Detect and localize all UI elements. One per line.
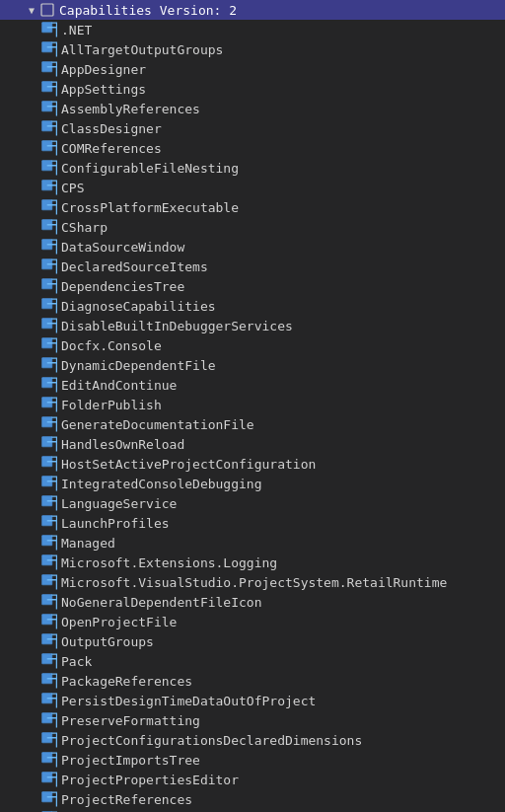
item-label: AppDesigner	[61, 62, 146, 77]
svg-rect-0	[41, 4, 53, 16]
tree-item[interactable]: CrossPlatformExecutable	[0, 197, 505, 217]
tree-item[interactable]: DeclaredSourceItems	[0, 257, 505, 276]
tree-item[interactable]: ProjectReferences	[0, 789, 505, 809]
item-label: ProjectReferences	[61, 792, 192, 807]
tree-item[interactable]: NoGeneralDependentFileIcon	[0, 592, 505, 612]
header-label: Capabilities Version: 2	[59, 3, 237, 18]
tree-header[interactable]: ▼ Capabilities Version: 2	[0, 0, 505, 20]
tree-item[interactable]: CPS	[0, 178, 505, 197]
tree-item[interactable]: FolderPublish	[0, 395, 505, 414]
tree-item[interactable]: COMReferences	[0, 138, 505, 158]
item-label: DataSourceWindow	[61, 240, 184, 255]
item-label: ProjectImportsTree	[61, 753, 200, 768]
tree-item[interactable]: Docfx.Console	[0, 335, 505, 355]
item-label: PersistDesignTimeDataOutOfProject	[61, 694, 316, 708]
tree-items-container: .NET AllTargetOutputGroups AppDesigner	[0, 20, 505, 812]
capability-icon	[41, 554, 57, 570]
tree-container[interactable]: ▼ Capabilities Version: 2 .NET	[0, 0, 505, 812]
expand-icon[interactable]: ▼	[24, 2, 39, 18]
capability-icon	[41, 416, 57, 432]
capability-icon	[41, 298, 57, 314]
capability-icon	[41, 614, 57, 629]
capability-icon	[41, 239, 57, 255]
item-label: AllTargetOutputGroups	[61, 42, 223, 57]
item-label: DiagnoseCapabilities	[61, 299, 216, 314]
tree-item[interactable]: AllTargetOutputGroups	[0, 39, 505, 59]
item-label: Microsoft.VisualStudio.ProjectSystem.Ret…	[61, 575, 447, 590]
capability-icon	[41, 693, 57, 708]
tree-item[interactable]: AssemblyReferences	[0, 99, 505, 118]
tree-item[interactable]: ClassDesigner	[0, 118, 505, 138]
tree-item[interactable]: Pack	[0, 651, 505, 671]
tree-item[interactable]: AppSettings	[0, 79, 505, 99]
tree-item[interactable]: OutputGroups	[0, 631, 505, 651]
capabilities-icon	[39, 2, 55, 18]
capability-icon	[41, 101, 57, 116]
capability-icon	[41, 140, 57, 156]
item-label: DynamicDependentFile	[61, 358, 216, 373]
tree-item[interactable]: Microsoft.VisualStudio.ProjectSystem.Ret…	[0, 572, 505, 592]
item-label: ProjectConfigurationsDeclaredDimensions	[61, 733, 362, 748]
tree-item[interactable]: HostSetActiveProjectConfiguration	[0, 454, 505, 474]
item-label: AssemblyReferences	[61, 102, 200, 116]
item-label: NoGeneralDependentFileIcon	[61, 595, 262, 610]
tree-item[interactable]: OpenProjectFile	[0, 612, 505, 631]
tree-item[interactable]: DependenciesTree	[0, 276, 505, 296]
item-label: GenerateDocumentationFile	[61, 417, 254, 432]
tree-item[interactable]: AppDesigner	[0, 59, 505, 79]
tree-item[interactable]: Microsoft.Extensions.Logging	[0, 553, 505, 572]
capability-icon	[41, 732, 57, 748]
capability-icon	[41, 61, 57, 77]
capability-icon	[41, 41, 57, 57]
tree-item[interactable]: DisableBuiltInDebuggerServices	[0, 316, 505, 335]
capability-icon	[41, 397, 57, 412]
capability-icon	[41, 535, 57, 551]
capability-icon	[41, 377, 57, 393]
tree-item[interactable]: Managed	[0, 533, 505, 553]
tree-item[interactable]: HandlesOwnReload	[0, 434, 505, 454]
tree-item[interactable]: PackageReferences	[0, 671, 505, 691]
item-label: PreserveFormatting	[61, 713, 200, 728]
tree-item[interactable]: PersistDesignTimeDataOutOfProject	[0, 691, 505, 710]
tree-item[interactable]: ProjectConfigurationsDeclaredDimensions	[0, 730, 505, 750]
tree-item[interactable]: GenerateDocumentationFile	[0, 414, 505, 434]
item-label: ConfigurableFileNesting	[61, 161, 239, 176]
capability-icon	[41, 673, 57, 689]
capability-icon	[41, 495, 57, 511]
capability-icon	[41, 180, 57, 195]
item-label: LaunchProfiles	[61, 516, 170, 531]
item-label: ProjectPropertiesEditor	[61, 773, 239, 787]
tree-item[interactable]: DynamicDependentFile	[0, 355, 505, 375]
tree-item[interactable]: EditAndContinue	[0, 375, 505, 395]
capability-icon	[41, 258, 57, 274]
capability-icon	[41, 515, 57, 531]
item-label: ClassDesigner	[61, 121, 162, 136]
item-label: CSharp	[61, 220, 108, 235]
tree-item[interactable]: ConfigurableFileNesting	[0, 158, 505, 178]
capability-icon	[41, 712, 57, 728]
item-label: FolderPublish	[61, 398, 162, 412]
tree-item[interactable]: IntegratedConsoleDebugging	[0, 474, 505, 493]
item-label: CrossPlatformExecutable	[61, 200, 239, 215]
tree-item[interactable]: LanguageService	[0, 493, 505, 513]
item-label: CPS	[61, 181, 84, 195]
tree-item[interactable]: PreserveFormatting	[0, 710, 505, 730]
capability-icon	[41, 219, 57, 235]
item-label: COMReferences	[61, 141, 162, 156]
tree-item[interactable]: DataSourceWindow	[0, 237, 505, 257]
capability-icon	[41, 357, 57, 373]
item-label: AppSettings	[61, 82, 146, 97]
tree-item[interactable]: ProjectImportsTree	[0, 750, 505, 770]
item-label: PackageReferences	[61, 674, 192, 689]
item-label: LanguageService	[61, 496, 177, 511]
capability-icon	[41, 456, 57, 472]
tree-item[interactable]: CSharp	[0, 217, 505, 237]
tree-item[interactable]: .NET	[0, 20, 505, 39]
tree-item[interactable]: ProjectPropertiesEditor	[0, 770, 505, 789]
tree-item[interactable]: LaunchProfiles	[0, 513, 505, 533]
tree-item[interactable]: DiagnoseCapabilities	[0, 296, 505, 316]
capability-icon	[41, 199, 57, 215]
item-label: HandlesOwnReload	[61, 437, 184, 452]
item-label: DeclaredSourceItems	[61, 259, 208, 274]
capability-icon	[41, 318, 57, 333]
